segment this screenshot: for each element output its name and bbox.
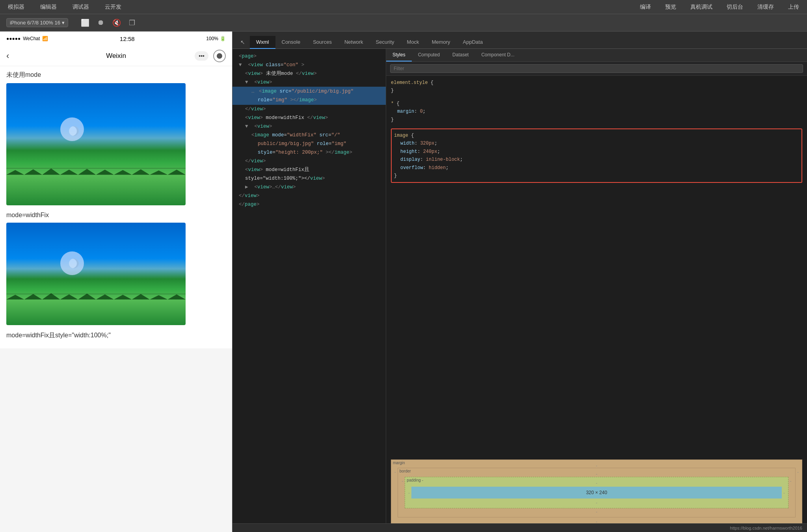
styles-tabs: Styles Computed Dataset Component D...: [386, 49, 807, 62]
nav-record-button[interactable]: [213, 50, 226, 62]
tab-memory[interactable]: Memory: [426, 36, 457, 49]
margin-top-row: -: [393, 461, 800, 468]
code-line-12[interactable]: style="height: 200px;" ></image>: [232, 148, 386, 157]
top-menubar-right: 编译 预览 真机调试 切后台 清缓存 上传: [637, 2, 802, 12]
section-label-3: mode=widthFix且style="width:100%;": [6, 331, 226, 340]
menu-item-debugger[interactable]: 调试器: [69, 2, 92, 12]
box-padding: padding - - - 320 × 240: [405, 477, 788, 508]
window-icon[interactable]: ❐: [129, 19, 135, 27]
nav-dots[interactable]: •••: [195, 51, 208, 61]
code-line-5[interactable]: … <image src="/public/img/big.jpg": [232, 87, 386, 96]
trees-2: [6, 292, 186, 299]
phone-nav-bar: ‹ Weixin •••: [0, 46, 232, 66]
devtools-cursor-icon[interactable]: ↖: [236, 36, 250, 48]
mute-icon[interactable]: 🔇: [112, 19, 121, 27]
second-toolbar: iPhone 6/7/8 100% 16 ▾ ⬜ ⏺ 🔇 ❐: [0, 14, 807, 32]
phone-image-1: [6, 83, 186, 205]
devtools-body: <page> ▼ <view class="con" > <view> 未使用m…: [232, 49, 807, 532]
tab-network[interactable]: Network: [338, 36, 370, 49]
code-line-14[interactable]: <view> mode=widthFix且: [232, 166, 386, 174]
code-line-1: <page>: [232, 52, 386, 61]
menu-item-simulator[interactable]: 模拟器: [5, 2, 28, 12]
carrier-label: WeChat: [23, 36, 40, 41]
tab-mock[interactable]: Mock: [401, 36, 426, 49]
css-close-brace-3: }: [394, 172, 799, 180]
tab-appdata[interactable]: AppData: [457, 36, 489, 49]
menu-item-clear-cache[interactable]: 清缓存: [754, 2, 777, 12]
menu-item-editor[interactable]: 编辑器: [37, 2, 60, 12]
record-icon[interactable]: ⏺: [97, 19, 104, 27]
landscape-img-2: [6, 223, 186, 325]
padding-label: padding -: [407, 478, 423, 482]
status-url: https://blog.csdn.net/harmsworth2016: [730, 526, 802, 530]
nav-back-button[interactable]: ‹: [6, 51, 9, 61]
css-prop-display: display: inline-block;: [394, 156, 799, 164]
section-label-1: 未使用mode: [6, 71, 226, 79]
devtools-panel: ↖ Wxml Console Sources Network Security …: [232, 32, 807, 532]
menu-item-upload[interactable]: 上传: [785, 2, 802, 12]
styles-content: element.style { } * {: [386, 76, 807, 455]
styles-tab-dataset[interactable]: Dataset: [446, 49, 475, 61]
box-model: margin - - border -: [391, 459, 802, 527]
menu-item-compile[interactable]: 编译: [637, 2, 654, 12]
tab-wxml[interactable]: Wxml: [250, 36, 275, 49]
main-container: ●●●●● WeChat 📶 12:58 100% 🔋 ‹ Weixin •••: [0, 32, 807, 532]
phone-battery: 100% 🔋: [206, 36, 226, 41]
code-line-11[interactable]: public/img/big.jpg" role="img": [232, 140, 386, 148]
code-line-2[interactable]: ▼ <view class="con" >: [232, 61, 386, 69]
css-close-brace-1: }: [391, 87, 802, 95]
code-line-4[interactable]: ▼ <view>: [232, 78, 386, 87]
content-size: 320 × 240: [586, 490, 607, 495]
code-line-8[interactable]: <view> mode=widthFix </view>: [232, 113, 386, 122]
device-selector[interactable]: iPhone 6/7/8 100% 16 ▾: [6, 18, 68, 27]
section-label-2: mode=widthFix: [6, 212, 226, 219]
code-line-15[interactable]: style="width:100%;"></view>: [232, 174, 386, 183]
css-close-brace-2: }: [391, 116, 802, 124]
filter-input[interactable]: [390, 64, 803, 73]
code-line-13[interactable]: </view>: [232, 157, 386, 166]
battery-icon: 🔋: [220, 36, 226, 41]
wifi-icon: 📶: [42, 36, 48, 41]
code-line-17[interactable]: </view>: [232, 192, 386, 200]
styles-tab-computed[interactable]: Computed: [412, 49, 446, 61]
styles-tab-styles[interactable]: Styles: [386, 49, 412, 61]
code-line-9[interactable]: ▼ <view>: [232, 122, 386, 131]
tab-console[interactable]: Console: [275, 36, 307, 49]
code-line-7[interactable]: </view>: [232, 105, 386, 113]
devtools-tabs: ↖ Wxml Console Sources Network Security …: [232, 32, 807, 49]
code-line-3[interactable]: <view> 未使用mode </view>: [232, 69, 386, 78]
trees-1: [6, 167, 186, 175]
css-prop-height: height: 240px;: [394, 148, 799, 156]
css-block-element-style: element.style { }: [391, 79, 802, 95]
menu-item-background[interactable]: 切后台: [723, 2, 746, 12]
nav-right: •••: [195, 50, 226, 62]
status-bar: https://blog.csdn.net/harmsworth2016: [232, 523, 807, 532]
margin-label: margin: [393, 461, 405, 465]
toolbar-icons: ⬜ ⏺ 🔇 ❐: [81, 19, 135, 27]
phone-content: 未使用mode mode=widthFix mode=widthFix且styl…: [0, 66, 232, 348]
phone-image-2: [6, 223, 186, 325]
phone-panel: ●●●●● WeChat 📶 12:58 100% 🔋 ‹ Weixin •••: [0, 32, 232, 532]
css-prop-width: width: 320px;: [394, 140, 799, 147]
styles-tab-component[interactable]: Component D...: [475, 49, 521, 61]
box-border: border - - padding -: [398, 468, 796, 517]
nav-record-inner: [217, 53, 222, 59]
menu-item-device-debug[interactable]: 真机调试: [687, 2, 716, 12]
code-line-10[interactable]: <image mode="widthFix" src="/": [232, 131, 386, 140]
code-line-18: </page>: [232, 200, 386, 209]
phone-signal: ●●●●● WeChat 📶: [6, 36, 48, 41]
moon-2: [69, 259, 79, 268]
tablet-icon[interactable]: ⬜: [81, 19, 89, 27]
tab-security[interactable]: Security: [370, 36, 401, 49]
box-content: 320 × 240: [411, 487, 782, 499]
box-model-container: margin - - border -: [386, 455, 807, 532]
moon-1: [69, 126, 79, 136]
tab-sources[interactable]: Sources: [307, 36, 338, 49]
styles-panel: Styles Computed Dataset Component D... e…: [386, 49, 807, 532]
menu-item-preview[interactable]: 预览: [662, 2, 679, 12]
menu-item-cloud[interactable]: 云开发: [102, 2, 125, 12]
code-panel: <page> ▼ <view class="con" > <view> 未使用m…: [232, 49, 386, 532]
signal-dots: ●●●●●: [6, 36, 20, 41]
code-line-6[interactable]: role="img" ></image>: [232, 96, 386, 105]
code-line-16[interactable]: ▶ <view>…</view>: [232, 183, 386, 192]
